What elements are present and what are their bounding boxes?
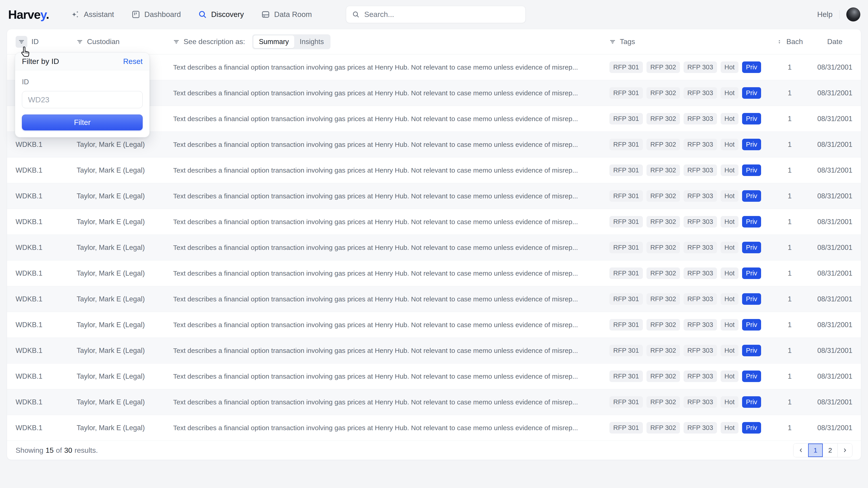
tag-pill[interactable]: RFP 301 xyxy=(610,61,643,73)
tag-pill[interactable]: Hot xyxy=(721,267,739,279)
priv-tag-pill[interactable]: Priv xyxy=(742,267,761,279)
tag-pill[interactable]: RFP 303 xyxy=(684,87,717,99)
tag-pill[interactable]: Hot xyxy=(721,422,739,433)
tag-pill[interactable]: RFP 302 xyxy=(647,61,680,73)
table-row[interactable]: WDKB.1 Taylor, Mark E (Legal) Text descr… xyxy=(7,338,861,363)
priv-tag-pill[interactable]: Priv xyxy=(742,396,761,408)
nav-item-dashboard[interactable]: Dashboard xyxy=(131,10,181,19)
table-row[interactable]: WDKB.1 Taylor, Mark E (Legal) Text descr… xyxy=(7,183,861,209)
page-button-1[interactable]: 1 xyxy=(808,444,823,457)
priv-tag-pill[interactable]: Priv xyxy=(742,422,761,433)
custodian-filter-icon[interactable] xyxy=(76,39,83,45)
page-button-2[interactable]: 2 xyxy=(823,444,837,457)
priv-tag-pill[interactable]: Priv xyxy=(742,87,761,99)
tag-pill[interactable]: RFP 301 xyxy=(610,164,643,176)
tag-pill[interactable]: RFP 301 xyxy=(610,422,643,433)
previous-page-button[interactable] xyxy=(794,444,808,457)
table-row[interactable]: WDKB.1 Taylor, Mark E (Legal) Text descr… xyxy=(7,415,861,441)
tag-pill[interactable]: RFP 301 xyxy=(610,396,643,408)
priv-tag-pill[interactable]: Priv xyxy=(742,139,761,150)
tag-pill[interactable]: RFP 303 xyxy=(684,242,717,253)
tag-pill[interactable]: RFP 303 xyxy=(684,267,717,279)
filter-apply-button[interactable]: Filter xyxy=(22,115,143,130)
id-filter-button[interactable] xyxy=(16,36,27,48)
tag-pill[interactable]: Hot xyxy=(721,370,739,382)
tag-pill[interactable]: RFP 303 xyxy=(684,370,717,382)
table-row[interactable]: WDKB.1 Taylor, Mark E (Legal) Text descr… xyxy=(7,312,861,338)
tag-pill[interactable]: RFP 302 xyxy=(647,242,680,253)
tag-pill[interactable]: RFP 303 xyxy=(684,190,717,202)
priv-tag-pill[interactable]: Priv xyxy=(742,164,761,176)
tag-pill[interactable]: RFP 302 xyxy=(647,345,680,356)
priv-tag-pill[interactable]: Priv xyxy=(742,113,761,125)
tag-pill[interactable]: RFP 303 xyxy=(684,164,717,176)
tag-pill[interactable]: RFP 302 xyxy=(647,267,680,279)
tag-pill[interactable]: RFP 302 xyxy=(647,113,680,125)
table-row[interactable]: WDKB.1 Taylor, Mark E (Legal) Text descr… xyxy=(7,158,861,183)
tag-pill[interactable]: RFP 303 xyxy=(684,61,717,73)
id-filter-input[interactable] xyxy=(22,91,143,108)
tag-pill[interactable]: RFP 302 xyxy=(647,422,680,433)
toggle-option-summary[interactable]: Summary xyxy=(253,35,294,48)
tag-pill[interactable]: RFP 301 xyxy=(610,139,643,150)
table-row[interactable]: WDKB.1 Taylor, Mark E (Legal) Text descr… xyxy=(7,260,861,286)
search-input[interactable] xyxy=(364,10,520,19)
tag-pill[interactable]: RFP 303 xyxy=(684,396,717,408)
tag-pill[interactable]: RFP 301 xyxy=(610,345,643,356)
nav-item-discovery[interactable]: Discovery xyxy=(198,10,244,19)
priv-tag-pill[interactable]: Priv xyxy=(742,216,761,228)
reset-button[interactable]: Reset xyxy=(123,57,143,66)
tag-pill[interactable]: RFP 301 xyxy=(610,216,643,228)
tag-pill[interactable]: RFP 302 xyxy=(647,319,680,330)
tag-pill[interactable]: Hot xyxy=(721,113,739,125)
tag-pill[interactable]: RFP 303 xyxy=(684,345,717,356)
tag-pill[interactable]: RFP 302 xyxy=(647,164,680,176)
help-link[interactable]: Help xyxy=(817,10,833,19)
tag-pill[interactable]: RFP 303 xyxy=(684,139,717,150)
priv-tag-pill[interactable]: Priv xyxy=(742,190,761,202)
tag-pill[interactable]: RFP 301 xyxy=(610,370,643,382)
tag-pill[interactable]: Hot xyxy=(721,87,739,99)
priv-tag-pill[interactable]: Priv xyxy=(742,242,761,253)
priv-tag-pill[interactable]: Priv xyxy=(742,61,761,73)
tag-pill[interactable]: RFP 302 xyxy=(647,370,680,382)
tag-pill[interactable]: RFP 303 xyxy=(684,293,717,305)
tag-pill[interactable]: RFP 302 xyxy=(647,396,680,408)
priv-tag-pill[interactable]: Priv xyxy=(742,293,761,305)
tag-pill[interactable]: RFP 301 xyxy=(610,190,643,202)
tag-pill[interactable]: RFP 303 xyxy=(684,216,717,228)
priv-tag-pill[interactable]: Priv xyxy=(742,345,761,356)
toggle-option-insights[interactable]: Insights xyxy=(294,35,329,48)
tag-pill[interactable]: RFP 302 xyxy=(647,190,680,202)
next-page-button[interactable] xyxy=(837,444,852,457)
tags-filter-icon[interactable] xyxy=(610,39,616,45)
table-row[interactable]: WDKB.1 Taylor, Mark E (Legal) Text descr… xyxy=(7,235,861,260)
description-filter-icon[interactable] xyxy=(173,39,180,45)
tag-pill[interactable]: Hot xyxy=(721,396,739,408)
tag-pill[interactable]: Hot xyxy=(721,319,739,330)
tag-pill[interactable]: RFP 301 xyxy=(610,293,643,305)
harvey-logo[interactable]: Harvey. xyxy=(8,7,49,22)
tag-pill[interactable]: RFP 302 xyxy=(647,139,680,150)
tag-pill[interactable]: Hot xyxy=(721,293,739,305)
tag-pill[interactable]: Hot xyxy=(721,61,739,73)
nav-item-data-room[interactable]: Data Room xyxy=(261,10,312,19)
tag-pill[interactable]: Hot xyxy=(721,242,739,253)
tag-pill[interactable]: RFP 302 xyxy=(647,216,680,228)
tag-pill[interactable]: Hot xyxy=(721,345,739,356)
tag-pill[interactable]: RFP 303 xyxy=(684,319,717,330)
table-row[interactable]: WDKB.1 Taylor, Mark E (Legal) Text descr… xyxy=(7,286,861,312)
priv-tag-pill[interactable]: Priv xyxy=(742,319,761,330)
nav-item-assistant[interactable]: Assistant xyxy=(71,10,114,19)
tag-pill[interactable]: RFP 303 xyxy=(684,113,717,125)
tag-pill[interactable]: RFP 301 xyxy=(610,87,643,99)
column-header-bach[interactable]: Bach xyxy=(778,37,802,46)
tag-pill[interactable]: RFP 302 xyxy=(647,87,680,99)
table-row[interactable]: WDKB.1 Taylor, Mark E (Legal) Text descr… xyxy=(7,209,861,235)
tag-pill[interactable]: Hot xyxy=(721,164,739,176)
tag-pill[interactable]: RFP 303 xyxy=(684,422,717,433)
priv-tag-pill[interactable]: Priv xyxy=(742,370,761,382)
tag-pill[interactable]: RFP 301 xyxy=(610,242,643,253)
tag-pill[interactable]: RFP 301 xyxy=(610,319,643,330)
tag-pill[interactable]: Hot xyxy=(721,190,739,202)
